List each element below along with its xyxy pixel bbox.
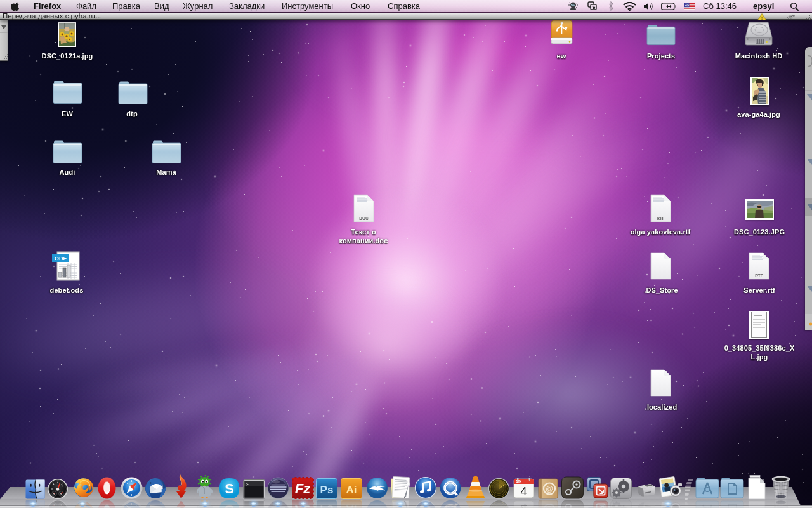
- svg-text:4: 4: [520, 485, 527, 498]
- svg-text:RTF: RTF: [657, 216, 665, 220]
- svg-text:S: S: [225, 481, 234, 497]
- svg-text:ДЕК: ДЕК: [516, 480, 521, 483]
- svg-text:@: @: [546, 485, 553, 493]
- svg-text:DOC: DOC: [359, 216, 369, 220]
- svg-text:ODF: ODF: [55, 255, 67, 262]
- svg-text:RTF: RTF: [755, 274, 763, 278]
- svg-text:!: !: [761, 15, 763, 21]
- svg-text:Ai: Ai: [346, 484, 357, 496]
- svg-text:Fz: Fz: [295, 481, 310, 497]
- svg-text:>_: >_: [246, 482, 252, 487]
- svg-text:Ps: Ps: [320, 484, 334, 496]
